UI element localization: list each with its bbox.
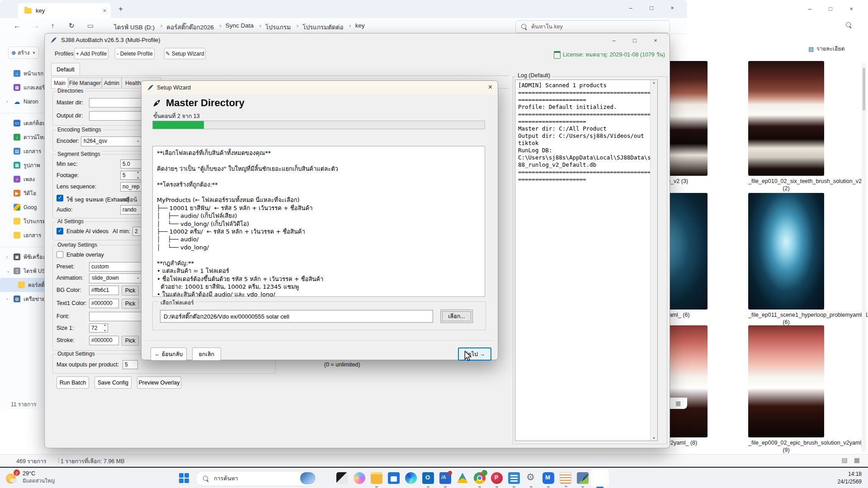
sidebar-item[interactable] [0,108,44,113]
breadcrumb-item[interactable]: ไดรฟ์ USB (D:) [114,22,155,32]
notepad-icon[interactable] [560,472,571,484]
cancel-button[interactable]: ยกเลิก [192,347,221,361]
minimize-icon[interactable]: – [604,34,624,46]
sidebar-item-google-drive[interactable]: Goog [0,200,44,214]
bg-color-input[interactable]: #ffb6c1 [89,286,119,295]
m-app-icon[interactable] [542,472,554,484]
tiles-app-icon[interactable] [508,472,520,484]
chrome-icon[interactable] [474,472,486,484]
sidebar-item-folder-programs[interactable]: โปรแกรม [0,214,44,228]
details-toggle[interactable]: ▤ รายละเอียด [808,44,845,53]
stroke-input[interactable]: #000000 [89,336,119,345]
text1-pick-button[interactable]: Pick [122,299,139,309]
back-button[interactable]: ← ย้อนกลับ [151,347,187,361]
sidebar-item-pictures[interactable]: ▦ รูปภาพ [0,158,44,172]
log-scrollbar[interactable] [650,80,657,441]
enable-ai-checkbox[interactable] [57,228,63,235]
edge-icon[interactable] [405,472,417,484]
encoder-select[interactable]: h264_qsv [81,136,142,146]
breadcrumb-item[interactable]: คอร์สติ๊กต๊อก2026 [166,22,214,32]
new-tab-button[interactable]: + [118,5,123,14]
add-profile-button[interactable]: + Add Profile [74,48,108,59]
chevron-icon[interactable]: ⌄ [6,268,10,273]
breadcrumb-item[interactable]: โปรแกรม [265,22,291,32]
chevron-icon[interactable]: › [6,254,8,259]
anydesk-icon[interactable] [439,472,451,484]
start-button[interactable] [179,473,190,484]
wizard-instructions[interactable]: **เลือกโฟลเดอร์ที่เก็บสินค้าทั้งหมดของคุ… [152,146,485,297]
max-outputs-input[interactable]: 5 [123,360,138,369]
settings-icon[interactable] [525,472,537,484]
_file_ep010_02_six_teeth_brush_solution_v2 (2)[interactable]: _file_ep010_02_six_teeth_brush_solution_… [748,61,824,192]
office-icon[interactable] [491,472,503,484]
sidebar-item-course-folder[interactable]: คอร์สติ๊ก [0,278,44,292]
tab-admin[interactable]: Admin [102,77,122,89]
close-icon[interactable]: × [662,2,683,14]
sidebar-item-videos[interactable]: ▶ วิดีโอ [0,186,44,200]
profile-tab-default[interactable]: Default [51,63,80,76]
delete-profile-button[interactable]: - Delete Profile [115,48,155,59]
sidebar-item-onedrive[interactable]: › ☁ Naron [0,94,44,108]
explorer-search-box[interactable]: ค้นหาใน key [515,20,670,33]
search-icon[interactable] [845,21,852,28]
sidebar-item[interactable] [0,242,44,247]
maximize-icon[interactable]: □ [641,2,662,14]
python-feather-icon[interactable] [580,472,590,483]
search-highlight-icon[interactable] [319,472,331,484]
size1-spinner[interactable] [103,324,108,333]
run-batch-button[interactable]: Run Batch [57,376,89,389]
animation-select[interactable]: slide_down [89,273,142,283]
refresh-icon[interactable]: ↻ [69,22,75,30]
save-config-button[interactable]: Save Config [94,376,132,389]
taskbar-search[interactable]: การค้นหา [195,471,317,486]
taskbar-clock[interactable]: 14:18 24/1/2569 [838,470,862,486]
close-tab-icon[interactable]: × [103,7,106,14]
breadcrumb-item[interactable]: โปรแกรมตัดต่อ [302,22,344,32]
outlook-icon[interactable] [422,472,434,484]
text1-color-input[interactable]: #000000 [89,299,119,308]
sidebar-item-music[interactable]: ♪ เพลง [0,172,44,186]
preview-overlay-button[interactable]: Preview Overlay [137,376,181,389]
sidebar-item-desktop[interactable]: ▭ เดสก์ท็อป [0,116,44,130]
breadcrumb-item[interactable]: key [355,22,365,32]
maximize-icon[interactable]: □ [624,34,645,46]
enable-overlay-checkbox[interactable] [57,251,63,258]
task-view-icon[interactable] [336,472,348,484]
sidebar-item-network[interactable]: › ◍ เครือข่าย [0,292,44,306]
close-icon[interactable]: × [841,3,862,14]
minimize-icon[interactable]: – [620,2,641,14]
file-explorer-icon[interactable] [371,472,382,484]
font-input[interactable] [89,312,142,321]
exhaust-checkbox[interactable] [57,195,63,202]
stroke-pick-button[interactable]: Pick [122,336,139,346]
min-sec-input[interactable]: 5.0 [120,160,142,169]
_file_ep011_scene1_hyperloop_problemyaml_1 (6)[interactable]: _file_ep011_scene1_hyperloop_problemyaml… [748,193,824,326]
log-output[interactable]: [ADMIN] Scanned 1 products =============… [515,80,658,441]
new-item-button[interactable]: ⊕ สร้าง ▼ [8,47,39,59]
sidebar-item-usb-drive[interactable]: ⌄ ▯ ไดรฟ์ USB [0,264,44,278]
bg-pick-button[interactable]: Pick [122,286,139,296]
folder-path-input[interactable]: D:/คอร์สติ๊กต๊อก2026/Vdo ex/00000555 sol… [160,310,433,323]
chevron-icon[interactable]: › [6,99,8,104]
copilot-icon[interactable] [354,472,365,484]
google-drive-icon[interactable] [457,472,468,484]
microsoft-store-icon[interactable] [388,472,400,484]
weather-widget[interactable]: 2 29°C มีแดดส่วนใหญ่ [5,470,55,485]
close-icon[interactable]: × [645,34,666,46]
audio-input[interactable]: rando [120,205,142,215]
view-toggle-icons[interactable]: ▤▦ [842,456,860,464]
python-feather-icon[interactable] [594,472,606,484]
lens-sequence-input[interactable]: no_rep [120,182,142,192]
_file_ep009_02_epic_brush_solution_v2yaml_ (9)[interactable]: _file_ep009_02_epic_brush_solution_v2yam… [748,325,824,454]
setup-wizard-button[interactable]: ✎ Setup Wizard [164,48,206,59]
tab-file-manager[interactable]: File Manager [68,77,102,89]
choose-folder-button[interactable]: เลือก... [440,310,473,323]
breadcrumb-item[interactable]: Sync Data [226,22,254,32]
sidebar-item-folder-docs[interactable]: เอกสาร [0,228,44,242]
explorer-tab-key[interactable]: key × [18,3,111,18]
forward-icon[interactable]: → [33,22,39,29]
sidebar-item-documents[interactable]: ▤ เอกสาร [0,144,44,158]
sidebar-item-gallery[interactable]: ▦ แกลเลอรี [0,80,44,94]
thumb-view-icon[interactable]: ▦ [675,400,681,407]
sidebar-item-downloads[interactable]: ↓ ดาวน์โหลด [0,130,44,144]
